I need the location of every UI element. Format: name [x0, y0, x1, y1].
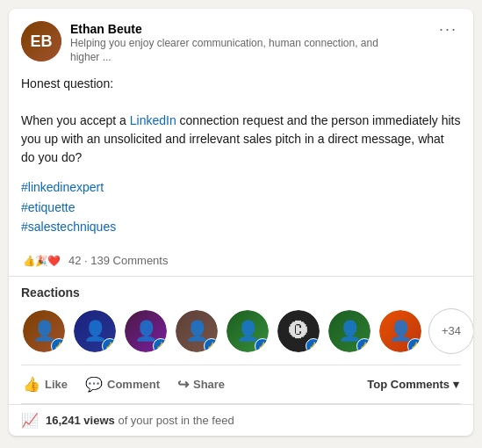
count-number: 42: [68, 254, 81, 267]
like-badge-3: 👍: [153, 338, 169, 354]
reactor-avatar-5[interactable]: 👤 👍: [225, 308, 270, 354]
reactions-bar: 👍 🎉 ❤️ 42 · 139 Comments: [9, 246, 473, 277]
share-label: Share: [193, 378, 225, 391]
hashtags-section: #linkedinexpert #etiquette #salestechniq…: [21, 177, 461, 236]
reactor-avatar-3[interactable]: 👤 👍: [123, 308, 169, 354]
hashtag-2[interactable]: #etiquette: [21, 198, 461, 217]
like-icon: 👍: [23, 376, 40, 393]
author-avatar[interactable]: EB: [21, 21, 61, 61]
author-subtitle: Helping you enjoy clearer communication,…: [70, 37, 404, 64]
avatar-image: EB: [21, 21, 61, 61]
comment-icon: 💬: [85, 376, 103, 393]
like-badge-5: 👍: [255, 338, 270, 354]
post-text: Honest question: When you accept a Linke…: [21, 75, 461, 167]
views-count: 16,241 views: [46, 414, 115, 427]
like-badge-7: 👍: [356, 338, 372, 354]
reactor-avatar-8[interactable]: 👤 👍: [378, 308, 423, 354]
like-button[interactable]: 👍 Like: [14, 369, 76, 400]
post-line1: Honest question:: [21, 76, 113, 90]
views-text: 16,241 views of your post in the feed: [46, 414, 234, 427]
reactor-avatar-2[interactable]: 👤 👍: [72, 308, 118, 354]
author-info: EB Ethan Beute Helping you enjoy clearer…: [21, 21, 404, 64]
reactions-section-label: Reactions: [9, 277, 473, 305]
post-content: Honest question: When you accept a Linke…: [9, 71, 473, 245]
reactor-avatar-6[interactable]: 🅒 👍: [276, 308, 321, 354]
linkedin-link[interactable]: LinkedIn: [130, 113, 176, 127]
more-options-button[interactable]: ···: [435, 21, 461, 37]
post-line2: When you accept a: [21, 113, 130, 127]
like-label: Like: [45, 378, 68, 391]
more-reactors-badge[interactable]: +34: [428, 308, 473, 354]
top-comments-label: Top Comments: [367, 378, 450, 391]
author-name-block: Ethan Beute Helping you enjoy clearer co…: [70, 21, 404, 64]
hashtag-3[interactable]: #salestechniques: [21, 217, 461, 236]
action-bar: 👍 Like 💬 Comment ↪ Share Top Comments ▾: [9, 365, 473, 403]
top-comments-button[interactable]: Top Comments ▾: [358, 371, 468, 398]
share-icon: ↪: [177, 376, 189, 393]
views-suffix: of your post in the feed: [115, 414, 234, 427]
views-icon: 📈: [21, 412, 39, 429]
reactor-avatar-4[interactable]: 👤 👍: [174, 308, 219, 354]
post-card: EB Ethan Beute Helping you enjoy clearer…: [9, 9, 473, 436]
comment-label: Comment: [107, 378, 160, 391]
like-badge-4: 👍: [204, 338, 219, 354]
hashtag-1[interactable]: #linkedinexpert: [21, 177, 461, 197]
author-name[interactable]: Ethan Beute: [70, 21, 404, 37]
share-button[interactable]: ↪ Share: [169, 369, 234, 400]
reactions-avatars-row: 👤 👍 👤 👍 👤 👍 👤 👍 👤 👍 🅒 👍 👤 👍 👤: [9, 305, 473, 365]
like-badge-1: 👍: [51, 338, 67, 354]
like-badge-6: 👍: [306, 338, 321, 354]
reaction-emojis: 👍 🎉 ❤️: [21, 253, 58, 269]
footer-bar: 📈 16,241 views of your post in the feed: [9, 404, 473, 436]
reaction-count: 42 · 139 Comments: [68, 254, 168, 267]
heart-emoji: ❤️: [46, 253, 61, 269]
chevron-down-icon: ▾: [453, 378, 459, 391]
like-badge-8: 👍: [407, 338, 423, 354]
comment-count: 139 Comments: [90, 254, 168, 267]
post-header: EB Ethan Beute Helping you enjoy clearer…: [9, 9, 473, 71]
comment-button[interactable]: 💬 Comment: [76, 369, 169, 400]
like-badge-2: 👍: [102, 338, 118, 354]
reactor-avatar-7[interactable]: 👤 👍: [327, 308, 372, 354]
reactor-avatar-1[interactable]: 👤 👍: [21, 308, 67, 354]
